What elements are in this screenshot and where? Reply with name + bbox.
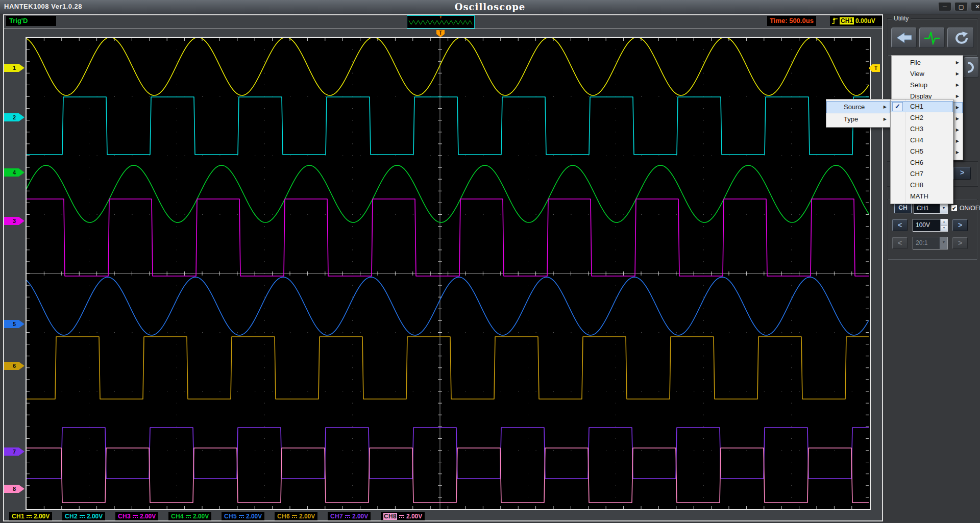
submenu-arrow-icon: ▶ <box>956 124 959 136</box>
source-item-math[interactable]: MATH <box>891 191 953 202</box>
channel-status-chip-ch8[interactable]: CH82.00V <box>381 512 425 520</box>
minimize-button[interactable]: ─ <box>938 2 951 11</box>
trace-ch4 <box>27 165 869 222</box>
menu-item-setup[interactable]: Setup▶ <box>892 80 963 91</box>
volts-spinner: ▲▼ <box>940 219 947 231</box>
source-item-label: CH3 <box>910 123 923 135</box>
submenu-arrow-icon: ▶ <box>956 113 959 124</box>
oscilloscope-window: HANTEK1008 Ver1.0.28 Oscilloscope ─ ▢ ✕ … <box>0 0 980 523</box>
submenu-item-label: Source <box>844 101 865 113</box>
channel-status-chip-ch6[interactable]: CH62.00V <box>275 512 317 520</box>
channel-select-dropdown[interactable]: CH1 ▼ <box>914 203 948 214</box>
submenu-arrow-icon: ▶ <box>956 80 959 91</box>
reload-button[interactable] <box>947 28 974 48</box>
ch-label-button[interactable]: CH <box>894 203 912 213</box>
menu-item-label: File <box>910 57 921 68</box>
volts-range-value: 100V <box>916 221 930 229</box>
trace-ch5 <box>27 277 869 335</box>
preview-trigger-tick: T <box>439 15 442 19</box>
timebase-badge: Time: 500.0us <box>767 16 816 26</box>
probe-prev-button: < <box>892 237 908 249</box>
channel-scale-value: 2.00V <box>299 513 315 520</box>
volts-range-spinbox[interactable]: 100V ▲▼ <box>913 219 948 232</box>
next-right-button[interactable]: > <box>953 167 971 180</box>
partially-hidden-tool-button[interactable] <box>964 57 979 78</box>
source-item-label: CH1 <box>910 101 923 112</box>
maximize-button[interactable]: ▢ <box>954 2 968 11</box>
submenu-item-source[interactable]: Source▶ <box>826 101 890 113</box>
channel-name-label: CH7 <box>330 513 343 520</box>
source-item-ch2[interactable]: CH2 <box>891 112 953 123</box>
utility-group-title: Utility <box>892 15 911 22</box>
channel-scale-value: 2.00V <box>34 513 50 520</box>
channel-status-chip-ch1[interactable]: CH12.00V <box>9 512 52 520</box>
dc-coupling-icon <box>399 515 404 518</box>
pulse-waveform-icon <box>923 31 941 45</box>
channel-status-chip-ch4[interactable]: CH42.00V <box>168 512 211 520</box>
source-item-ch5[interactable]: CH5 <box>891 146 953 157</box>
reload-icon <box>953 31 968 45</box>
autoset-button[interactable] <box>919 28 945 48</box>
trigger-submenu: Source▶Type▶ <box>826 99 891 128</box>
trigger-level-value: 0.00uV <box>855 16 875 26</box>
waveform-canvas <box>27 38 870 509</box>
trace-ch6 <box>27 337 869 399</box>
dc-coupling-icon <box>345 515 350 518</box>
channel-name-label: CH5 <box>224 513 237 520</box>
source-item-ch3[interactable]: CH3 <box>891 123 953 135</box>
back-arrow-button[interactable] <box>891 28 917 48</box>
onoff-checkbox[interactable]: ✔ <box>951 205 958 211</box>
trace-ch3 <box>27 199 869 276</box>
channel-select-value: CH1 <box>917 205 929 212</box>
trigger-status-badge: Trig'D <box>6 16 56 26</box>
submenu-item-label: Type <box>844 113 858 126</box>
channel-name-label: CH1 <box>12 513 24 520</box>
channel-status-chip-ch3[interactable]: CH32.00V <box>115 512 158 520</box>
channel-scale-value: 2.00V <box>140 513 156 520</box>
source-item-label: CH8 <box>910 180 923 191</box>
channel-status-chip-ch5[interactable]: CH52.00V <box>222 512 264 520</box>
trace-ch2 <box>27 97 869 155</box>
trace-ch8 <box>27 448 869 503</box>
channel-status-chip-ch7[interactable]: CH72.00V <box>328 512 371 520</box>
dc-coupling-icon <box>80 515 85 518</box>
spin-up-icon[interactable]: ▲ <box>940 219 947 225</box>
source-item-ch1[interactable]: ✓CH1 <box>891 101 953 112</box>
channel-scale-value: 2.00V <box>352 513 368 520</box>
waveform-plot <box>26 37 871 510</box>
menu-item-view[interactable]: View▶ <box>892 68 963 80</box>
titlebar: HANTEK1008 Ver1.0.28 Oscilloscope ─ ▢ ✕ <box>0 0 980 14</box>
source-channel-submenu: ✓CH1CH2CH3CH4CH5CH6CH7CH8MATH <box>890 99 953 204</box>
waveform-preview-box[interactable]: T <box>407 15 475 29</box>
probe-next-button: > <box>952 237 968 249</box>
volts-next-button[interactable]: > <box>952 219 968 231</box>
submenu-arrow-icon: ▶ <box>884 113 887 126</box>
source-item-ch4[interactable]: CH4 <box>891 135 953 146</box>
submenu-item-type[interactable]: Type▶ <box>826 113 890 126</box>
source-item-ch7[interactable]: CH7 <box>891 168 953 180</box>
source-item-label: CH2 <box>910 112 923 123</box>
channel-name-label: CH8 <box>383 513 397 520</box>
volts-prev-button[interactable]: < <box>892 219 908 231</box>
probe-ratio-value: 20:1 <box>916 239 927 246</box>
channel-scale-value: 2.00V <box>406 513 422 520</box>
channel-status-chip-ch2[interactable]: CH22.00V <box>62 512 105 520</box>
dc-coupling-icon <box>186 515 191 518</box>
channel-scale-value: 2.00V <box>193 513 209 520</box>
source-item-ch8[interactable]: CH8 <box>891 180 953 191</box>
source-item-label: CH7 <box>910 168 923 180</box>
dc-coupling-icon <box>292 515 297 518</box>
submenu-arrow-icon: ▶ <box>956 57 959 68</box>
close-button[interactable]: ✕ <box>971 2 980 11</box>
source-item-label: CH5 <box>910 146 923 157</box>
chevron-down-icon[interactable]: ▼ <box>940 203 947 213</box>
spin-down-icon[interactable]: ▼ <box>940 225 947 231</box>
menu-item-file[interactable]: File▶ <box>892 57 963 68</box>
submenu-arrow-icon: ▶ <box>884 101 887 113</box>
submenu-arrow-icon: ▶ <box>956 102 959 113</box>
trigger-source-badge: CH1 <box>840 17 854 24</box>
source-item-ch6[interactable]: CH6 <box>891 157 953 168</box>
channel-scale-value: 2.00V <box>87 513 103 520</box>
checkmark-icon: ✓ <box>892 102 903 111</box>
submenu-arrow-icon: ▶ <box>956 136 959 147</box>
